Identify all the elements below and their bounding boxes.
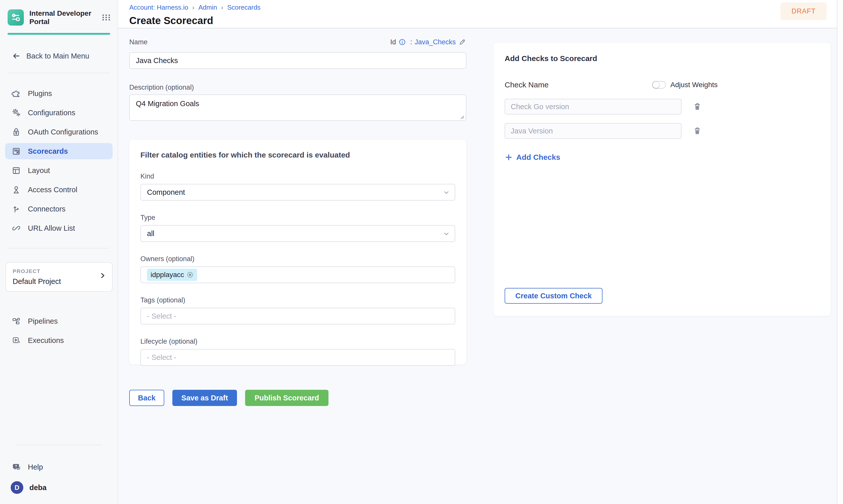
avatar: D bbox=[10, 480, 24, 495]
resize-grip-icon[interactable] bbox=[459, 114, 464, 119]
breadcrumb-separator: › bbox=[192, 4, 195, 11]
person-icon bbox=[11, 185, 21, 195]
check-input-2[interactable] bbox=[505, 123, 682, 139]
description-label: Description (optional) bbox=[129, 84, 467, 91]
puzzle-icon bbox=[11, 88, 21, 98]
sidebar-project-menu: Pipelines Executions bbox=[0, 313, 118, 348]
name-label: Name bbox=[129, 38, 147, 46]
help-label: Help bbox=[28, 463, 43, 471]
create-custom-check-button[interactable]: Create Custom Check bbox=[505, 288, 602, 304]
sidebar-item-label: Connectors bbox=[28, 205, 65, 213]
id-label: Id bbox=[390, 38, 396, 46]
delete-check-button[interactable] bbox=[692, 101, 703, 113]
project-label: PROJECT bbox=[13, 268, 105, 274]
description-textarea[interactable]: Q4 Migration Goals bbox=[129, 94, 467, 121]
app-grid-icon[interactable] bbox=[101, 13, 111, 22]
plus-icon bbox=[505, 153, 513, 161]
sidebar-divider bbox=[7, 248, 110, 249]
main-area: Account: Harness.io › Admin › Scorecards… bbox=[118, 0, 837, 504]
type-label: Type bbox=[140, 214, 455, 222]
page-header: Account: Harness.io › Admin › Scorecards… bbox=[118, 0, 837, 29]
name-row: Name Id : Java_Checks bbox=[129, 37, 467, 47]
sidebar-item-pipelines[interactable]: Pipelines bbox=[5, 313, 112, 329]
breadcrumb-admin[interactable]: Admin bbox=[198, 3, 217, 12]
delete-check-button[interactable] bbox=[692, 125, 703, 137]
chevron-down-icon bbox=[443, 231, 450, 237]
sidebar-item-access-control[interactable]: Access Control bbox=[5, 182, 112, 198]
type-value: all bbox=[147, 230, 154, 238]
type-select[interactable]: all bbox=[140, 225, 455, 242]
add-checks-label: Add Checks bbox=[516, 153, 560, 162]
lifecycle-label: Lifecycle (optional) bbox=[140, 338, 455, 345]
sidebar-item-executions[interactable]: Executions bbox=[5, 332, 112, 348]
adjust-weights-toggle[interactable] bbox=[652, 81, 666, 89]
info-icon[interactable] bbox=[399, 38, 406, 46]
remove-chip-icon[interactable] bbox=[187, 271, 194, 278]
scorecard-form: Name Id : Java_Checks bbox=[129, 37, 467, 406]
sidebar-item-label: OAuth Configurations bbox=[28, 128, 98, 136]
name-input[interactable] bbox=[129, 52, 467, 69]
sidebar-item-layout[interactable]: Layout bbox=[5, 162, 112, 179]
check-name-row: Check Name Adjust Weights bbox=[505, 79, 820, 90]
edit-pencil-icon[interactable] bbox=[458, 38, 467, 46]
sidebar-item-label: Layout bbox=[28, 166, 50, 175]
help-chat-icon: ? bbox=[11, 462, 22, 472]
sidebar-item-url-allow-list[interactable]: URL Allow List bbox=[5, 220, 112, 236]
add-checks-link[interactable]: Add Checks bbox=[505, 153, 820, 162]
sidebar-item-configurations[interactable]: Configurations bbox=[5, 105, 112, 121]
kind-label: Kind bbox=[140, 173, 455, 180]
trash-icon bbox=[693, 102, 702, 112]
back-label: Back to Main Menu bbox=[27, 52, 89, 60]
chevron-down-icon bbox=[443, 190, 450, 196]
kind-select[interactable]: Component bbox=[140, 184, 455, 201]
sidebar-item-connectors[interactable]: Connectors bbox=[5, 201, 112, 217]
publish-scorecard-button[interactable]: Publish Scorecard bbox=[245, 390, 329, 406]
id-group: Id : Java_Checks bbox=[390, 38, 467, 46]
adjust-weights-group: Adjust Weights bbox=[652, 81, 718, 89]
brand-title: Internal Developer Portal bbox=[30, 9, 95, 26]
check-row bbox=[505, 123, 820, 139]
sidebar-item-plugins[interactable]: Plugins bbox=[5, 85, 112, 102]
sidebar-item-label: Access Control bbox=[28, 186, 77, 194]
arrow-left-icon bbox=[11, 51, 21, 61]
help-button[interactable]: ? Help bbox=[11, 462, 43, 472]
gears-icon bbox=[11, 108, 21, 118]
content: Name Id : Java_Checks bbox=[118, 29, 837, 504]
user-menu[interactable]: D deba bbox=[10, 480, 47, 495]
back-to-main-menu[interactable]: Back to Main Menu bbox=[11, 51, 118, 61]
back-button[interactable]: Back bbox=[129, 390, 164, 406]
filter-card: Filter catalog entities for which the sc… bbox=[129, 140, 467, 364]
save-as-draft-button[interactable]: Save as Draft bbox=[172, 390, 237, 406]
idp-logo-icon bbox=[7, 10, 24, 25]
breadcrumb-scorecards[interactable]: Scorecards bbox=[227, 3, 261, 12]
sidebar-item-label: Configurations bbox=[28, 109, 75, 117]
sidebar-item-label: Pipelines bbox=[28, 317, 58, 325]
chevron-right-icon bbox=[99, 272, 106, 280]
description-wrap: Q4 Migration Goals bbox=[129, 94, 467, 122]
breadcrumb: Account: Harness.io › Admin › Scorecards bbox=[129, 3, 837, 12]
project-selector[interactable]: PROJECT Default Project bbox=[5, 262, 112, 292]
adjust-weights-label: Adjust Weights bbox=[670, 81, 718, 89]
owners-input[interactable]: idpplayacc bbox=[140, 267, 455, 283]
executions-icon bbox=[11, 335, 21, 345]
lifecycle-select[interactable]: - Select - bbox=[140, 349, 455, 366]
sidebar-item-scorecards[interactable]: Scorecards bbox=[5, 143, 112, 159]
sidebar-item-label: Executions bbox=[28, 336, 64, 345]
check-input-1[interactable] bbox=[505, 99, 682, 114]
project-name: Default Project bbox=[13, 277, 105, 286]
link-icon bbox=[11, 223, 21, 233]
id-value-link[interactable]: Java_Checks bbox=[415, 38, 456, 46]
app-root: Internal Developer Portal Back to Main M… bbox=[0, 0, 843, 504]
id-separator: : bbox=[410, 38, 412, 46]
breadcrumb-account[interactable]: Account: Harness.io bbox=[129, 3, 188, 12]
sidebar-item-oauth-configurations[interactable]: OAuth Configurations bbox=[5, 124, 112, 140]
scrollbar-track[interactable] bbox=[837, 0, 843, 504]
breadcrumb-separator: › bbox=[221, 4, 224, 11]
sidebar-divider bbox=[15, 445, 102, 445]
avatar-initial: D bbox=[15, 484, 19, 491]
tags-select[interactable]: - Select - bbox=[140, 308, 455, 324]
trash-icon bbox=[693, 126, 702, 136]
branch-icon bbox=[11, 204, 21, 214]
sidebar: Internal Developer Portal Back to Main M… bbox=[0, 0, 118, 504]
brand: Internal Developer Portal bbox=[0, 0, 118, 26]
